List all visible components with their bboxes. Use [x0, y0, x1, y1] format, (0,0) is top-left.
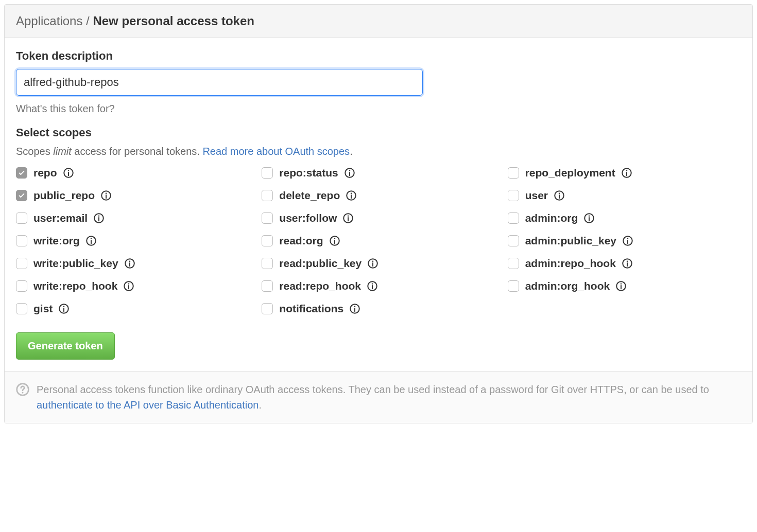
scope-checkbox[interactable]	[508, 258, 519, 269]
scopes-intro-period: .	[350, 146, 353, 157]
info-icon[interactable]	[584, 213, 594, 223]
info-icon[interactable]	[622, 168, 632, 178]
scope-read-org[interactable]: read:org	[262, 235, 495, 247]
scope-checkbox[interactable]	[262, 190, 273, 201]
scope-repo-status[interactable]: repo:status	[262, 167, 495, 179]
breadcrumb-current: New personal access token	[93, 14, 254, 28]
scope-notifications[interactable]: notifications	[262, 303, 495, 315]
info-icon[interactable]	[368, 258, 378, 269]
footer-auth-link[interactable]: authenticate to the API over Basic Authe…	[37, 399, 259, 411]
info-icon[interactable]	[94, 213, 104, 223]
scope-label: public_repo	[33, 189, 95, 202]
scope-checkbox[interactable]	[16, 235, 27, 246]
info-icon[interactable]	[124, 281, 134, 291]
info-icon[interactable]	[101, 190, 111, 201]
scope-label: read:public_key	[279, 257, 362, 270]
scope-checkbox[interactable]	[262, 235, 273, 246]
scope-checkbox[interactable]	[262, 258, 273, 269]
scope-write-public-key[interactable]: write:public_key	[16, 257, 249, 270]
token-description-hint: What's this token for?	[16, 103, 741, 115]
scope-label: admin:public_key	[525, 235, 616, 247]
breadcrumb-separator: /	[82, 14, 93, 28]
info-icon[interactable]	[554, 190, 564, 201]
scope-checkbox[interactable]	[508, 212, 519, 224]
svg-point-33	[372, 283, 373, 285]
scope-write-repo-hook[interactable]: write:repo_hook	[16, 280, 249, 292]
scope-admin-org[interactable]: admin:org	[508, 212, 741, 224]
scope-user[interactable]: user	[508, 189, 741, 202]
scope-checkbox[interactable]	[508, 167, 519, 179]
scope-admin-org-hook[interactable]: admin:org_hook	[508, 280, 741, 292]
breadcrumb: Applications / New personal access token	[5, 5, 752, 38]
token-description-input[interactable]	[16, 69, 423, 96]
breadcrumb-root[interactable]: Applications	[16, 14, 82, 28]
info-icon[interactable]	[345, 168, 355, 178]
info-icon[interactable]	[125, 258, 135, 269]
svg-point-39	[354, 306, 356, 308]
footer-text-before: Personal access tokens function like ord…	[37, 384, 709, 395]
scope-gist[interactable]: gist	[16, 303, 249, 315]
scopes-intro-text: Scopes	[16, 146, 53, 157]
info-icon[interactable]	[623, 236, 633, 246]
scope-user-email[interactable]: user:email	[16, 212, 249, 224]
scope-admin-public-key[interactable]: admin:public_key	[508, 235, 741, 247]
info-icon[interactable]	[350, 304, 360, 314]
scope-read-public-key[interactable]: read:public_key	[262, 257, 495, 270]
scope-checkbox[interactable]	[262, 303, 273, 314]
scope-checkbox[interactable]	[262, 280, 273, 292]
help-icon	[16, 383, 29, 396]
scope-label: write:public_key	[33, 257, 118, 270]
scope-checkbox[interactable]	[508, 190, 519, 201]
svg-point-27	[372, 261, 374, 262]
scope-checkbox[interactable]	[508, 280, 519, 292]
scope-checkbox[interactable]	[16, 303, 27, 314]
scope-label: user:email	[33, 212, 88, 224]
svg-point-1	[67, 170, 69, 172]
scope-checkbox[interactable]	[16, 280, 27, 292]
scope-label: repo_deployment	[525, 167, 615, 179]
scopes-intro: Scopes limit access for personal tokens.…	[16, 146, 741, 157]
scope-user-follow[interactable]: user:follow	[262, 212, 495, 224]
scope-admin-repo-hook[interactable]: admin:repo_hook	[508, 257, 741, 270]
scope-repo-deployment[interactable]: repo_deployment	[508, 167, 741, 179]
panel-body: Token description What's this token for?…	[5, 38, 752, 371]
oauth-scopes-link[interactable]: Read more about OAuth scopes	[202, 146, 350, 157]
scope-checkbox[interactable]	[16, 258, 27, 269]
svg-point-17	[589, 216, 590, 217]
info-icon[interactable]	[616, 281, 626, 291]
scope-repo[interactable]: repo	[16, 167, 249, 179]
scope-public-repo[interactable]: public_repo	[16, 189, 249, 202]
svg-point-3	[349, 170, 350, 172]
info-icon[interactable]	[622, 258, 632, 269]
scope-label: admin:repo_hook	[525, 257, 616, 270]
info-icon[interactable]	[367, 281, 377, 291]
info-icon[interactable]	[330, 236, 340, 246]
scope-checkbox[interactable]	[16, 212, 27, 224]
scope-write-org[interactable]: write:org	[16, 235, 249, 247]
svg-point-7	[106, 193, 107, 194]
info-icon[interactable]	[63, 168, 74, 178]
scope-label: repo:status	[279, 167, 338, 179]
info-icon[interactable]	[59, 304, 69, 314]
info-icon[interactable]	[343, 213, 353, 223]
footer-text-after: .	[259, 399, 262, 411]
svg-point-9	[351, 193, 352, 194]
scope-label: read:repo_hook	[279, 280, 361, 292]
scope-checkbox[interactable]	[16, 167, 27, 179]
select-scopes-label: Select scopes	[16, 126, 741, 139]
svg-point-23	[627, 238, 629, 240]
scope-label: admin:org_hook	[525, 280, 610, 292]
scope-checkbox[interactable]	[16, 190, 27, 201]
svg-point-13	[98, 216, 100, 217]
info-icon[interactable]	[346, 190, 356, 201]
scope-read-repo-hook[interactable]: read:repo_hook	[262, 280, 495, 292]
scope-checkbox[interactable]	[262, 167, 273, 179]
scope-checkbox[interactable]	[508, 235, 519, 246]
scope-delete-repo[interactable]: delete_repo	[262, 189, 495, 202]
info-icon[interactable]	[86, 236, 96, 246]
scopes-intro-italic: limit	[53, 146, 72, 157]
generate-token-button[interactable]: Generate token	[16, 332, 115, 360]
svg-point-15	[348, 216, 349, 217]
scope-checkbox[interactable]	[262, 212, 273, 224]
scopes-grid: reporepo:statusrepo_deploymentpublic_rep…	[16, 167, 741, 315]
